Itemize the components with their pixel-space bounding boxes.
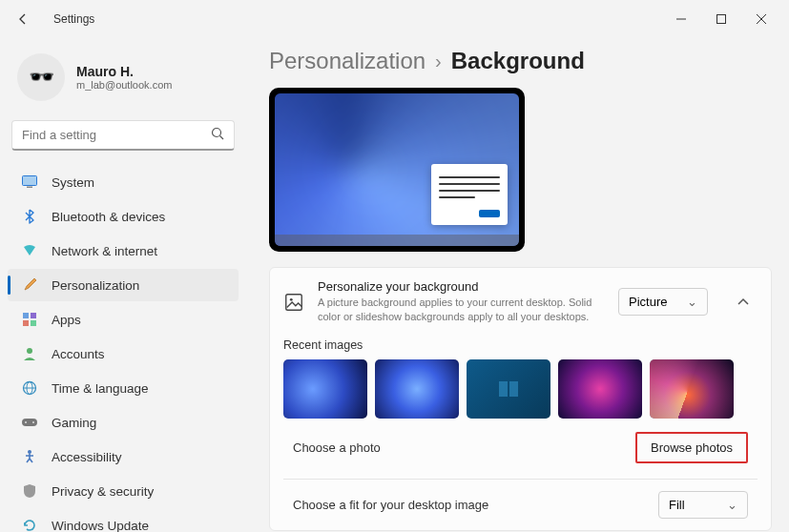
maximize-icon bbox=[716, 14, 726, 24]
fit-select[interactable]: Fill ⌄ bbox=[658, 491, 748, 519]
user-name: Mauro H. bbox=[76, 64, 172, 79]
nav-label: Accounts bbox=[52, 347, 105, 361]
close-icon bbox=[757, 14, 766, 24]
svg-rect-1 bbox=[717, 15, 726, 24]
nav-label: Personalization bbox=[52, 278, 139, 293]
chevron-up-icon bbox=[737, 296, 750, 309]
globe-icon bbox=[21, 379, 38, 397]
background-preview bbox=[269, 88, 525, 252]
wifi-icon bbox=[21, 242, 38, 259]
svg-rect-6 bbox=[23, 313, 29, 318]
nav-item-time-language[interactable]: Time & language bbox=[8, 372, 239, 404]
svg-rect-9 bbox=[31, 320, 36, 326]
nav-label: Bluetooth & devices bbox=[52, 210, 165, 224]
svg-rect-14 bbox=[22, 419, 37, 426]
choose-photo-row: Choose a photo Browse photos bbox=[283, 419, 758, 467]
recent-image-thumb[interactable] bbox=[558, 359, 642, 419]
breadcrumb: Personalization › Background bbox=[269, 48, 772, 74]
nav-label: Privacy & security bbox=[52, 484, 154, 499]
window-controls bbox=[661, 4, 781, 34]
nav-item-accounts[interactable]: Accounts bbox=[8, 338, 239, 370]
image-icon bbox=[283, 292, 304, 313]
minimize-icon bbox=[676, 14, 686, 24]
chevron-down-icon: ⌄ bbox=[727, 498, 737, 512]
person-icon bbox=[21, 345, 38, 362]
nav-item-privacy[interactable]: Privacy & security bbox=[8, 475, 239, 507]
nav-label: Network & internet bbox=[52, 244, 157, 258]
gaming-icon bbox=[21, 414, 38, 431]
update-icon bbox=[21, 517, 38, 532]
preview-window-mock bbox=[431, 164, 508, 225]
background-type-select[interactable]: Picture ⌄ bbox=[618, 288, 708, 316]
nav-item-gaming[interactable]: Gaming bbox=[8, 406, 239, 439]
nav-label: Time & language bbox=[52, 381, 149, 396]
svg-line-3 bbox=[220, 135, 224, 139]
recent-images-section: Recent images bbox=[283, 338, 758, 419]
nav-label: Apps bbox=[52, 313, 81, 327]
browse-photos-button[interactable]: Browse photos bbox=[635, 432, 748, 463]
recent-image-thumb[interactable] bbox=[375, 359, 459, 419]
arrow-left-icon bbox=[15, 11, 31, 27]
choose-fit-label: Choose a fit for your desktop image bbox=[293, 498, 658, 512]
recent-image-thumb[interactable] bbox=[650, 359, 734, 419]
minimize-button[interactable] bbox=[661, 4, 701, 34]
close-button[interactable] bbox=[741, 4, 781, 34]
nav-item-network[interactable]: Network & internet bbox=[8, 235, 239, 267]
bluetooth-icon bbox=[21, 208, 38, 225]
personalize-background-card: Personalize your background A picture ba… bbox=[269, 267, 772, 531]
search-box[interactable] bbox=[11, 120, 235, 151]
nav-item-personalization[interactable]: Personalization bbox=[8, 269, 239, 301]
nav-label: System bbox=[52, 175, 94, 190]
shield-icon bbox=[21, 482, 38, 500]
user-email: m_lab@outlook.com bbox=[76, 79, 172, 91]
nav-item-accessibility[interactable]: Accessibility bbox=[8, 440, 239, 473]
recent-images-grid bbox=[283, 359, 758, 419]
search-input[interactable] bbox=[22, 128, 211, 142]
avatar: 🕶️ bbox=[17, 53, 65, 101]
user-card[interactable]: 🕶️ Mauro H. m_lab@outlook.com bbox=[8, 46, 239, 116]
svg-rect-8 bbox=[23, 320, 29, 326]
svg-point-2 bbox=[213, 128, 221, 136]
svg-point-19 bbox=[290, 298, 293, 301]
svg-point-17 bbox=[28, 450, 31, 454]
accessibility-icon bbox=[21, 448, 38, 465]
nav-item-system[interactable]: System bbox=[8, 166, 239, 198]
maximize-button[interactable] bbox=[701, 4, 741, 34]
choose-photo-label: Choose a photo bbox=[293, 440, 635, 455]
search-icon bbox=[211, 127, 224, 144]
card-title: Personalize your background bbox=[318, 279, 605, 294]
svg-point-10 bbox=[27, 348, 32, 354]
breadcrumb-parent[interactable]: Personalization bbox=[269, 48, 426, 74]
main-layout: 🕶️ Mauro H. m_lab@outlook.com System Blu… bbox=[0, 38, 789, 532]
sidebar: 🕶️ Mauro H. m_lab@outlook.com System Blu… bbox=[0, 38, 246, 532]
svg-rect-4 bbox=[23, 176, 37, 186]
svg-rect-18 bbox=[286, 295, 302, 311]
collapse-button[interactable] bbox=[729, 288, 758, 317]
page-title: Background bbox=[451, 48, 585, 74]
nav-item-windows-update[interactable]: Windows Update bbox=[8, 509, 239, 532]
nav-list: System Bluetooth & devices Network & int… bbox=[8, 166, 239, 532]
paintbrush-icon bbox=[21, 276, 38, 294]
content-area: Personalization › Background Personalize… bbox=[246, 38, 789, 532]
svg-point-15 bbox=[25, 421, 27, 423]
nav-label: Gaming bbox=[52, 416, 96, 430]
nav-label: Windows Update bbox=[52, 519, 149, 533]
nav-item-apps[interactable]: Apps bbox=[8, 303, 239, 336]
card-description: A picture background applies to your cur… bbox=[318, 296, 605, 325]
recent-image-thumb[interactable] bbox=[283, 359, 367, 419]
svg-rect-7 bbox=[31, 313, 36, 318]
recent-images-title: Recent images bbox=[283, 338, 758, 352]
nav-label: Accessibility bbox=[52, 450, 122, 464]
titlebar: Settings bbox=[0, 0, 789, 38]
svg-point-16 bbox=[32, 421, 34, 423]
window-title: Settings bbox=[53, 12, 94, 26]
choose-fit-row: Choose a fit for your desktop image Fill… bbox=[283, 480, 758, 519]
svg-rect-5 bbox=[27, 187, 32, 189]
chevron-down-icon: ⌄ bbox=[687, 295, 697, 309]
chevron-right-icon: › bbox=[435, 51, 442, 72]
apps-icon bbox=[21, 311, 38, 328]
recent-image-thumb[interactable] bbox=[467, 359, 550, 419]
display-icon bbox=[21, 174, 38, 191]
back-button[interactable] bbox=[8, 4, 38, 34]
nav-item-bluetooth[interactable]: Bluetooth & devices bbox=[8, 200, 239, 233]
